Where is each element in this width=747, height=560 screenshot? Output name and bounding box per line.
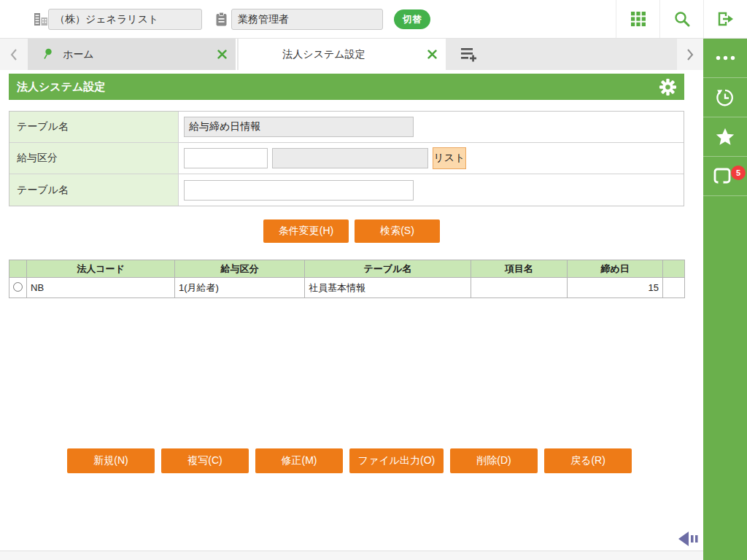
column-header: 項目名 bbox=[471, 260, 568, 278]
search-icon bbox=[673, 10, 691, 28]
more-icon bbox=[716, 55, 735, 61]
notification-chat-icon bbox=[713, 167, 732, 185]
tab-active[interactable]: 法人システム設定 bbox=[239, 39, 446, 70]
footer-strip bbox=[0, 551, 703, 560]
app-window: 切替 bbox=[0, 0, 747, 560]
salary-class-name-input bbox=[272, 148, 428, 168]
column-header: 法人コード bbox=[27, 260, 175, 278]
back-button[interactable]: 戻る(R) bbox=[544, 448, 632, 473]
main-content: 法人システム設定 テーブル名 bbox=[0, 70, 703, 560]
delete-button[interactable]: 削除(D) bbox=[450, 448, 538, 473]
add-tab-icon bbox=[460, 46, 479, 63]
role-input[interactable] bbox=[231, 9, 383, 30]
settings-gear-icon[interactable] bbox=[659, 78, 677, 96]
form-label: 給与区分 bbox=[9, 143, 179, 174]
file-output-button[interactable]: ファイル出力(O) bbox=[349, 448, 444, 473]
column-header: テーブル名 bbox=[305, 260, 471, 278]
cell-item-name bbox=[471, 278, 568, 298]
search-condition-form: テーブル名 給与区分 リスト テーブル名 bbox=[9, 111, 684, 206]
form-row-table-name-input: テーブル名 bbox=[9, 174, 684, 206]
tab-home-label: ホーム bbox=[63, 48, 94, 61]
tab-home-close-icon[interactable] bbox=[217, 50, 227, 59]
form-label: テーブル名 bbox=[9, 174, 179, 206]
column-header: 給与区分 bbox=[175, 260, 305, 278]
pin-icon bbox=[42, 48, 53, 61]
new-button[interactable]: 新規(N) bbox=[67, 448, 155, 473]
form-row-salary-class: 給与区分 リスト bbox=[9, 143, 684, 174]
tab-active-close-icon[interactable] bbox=[427, 50, 437, 59]
tab-scroll-right-button[interactable] bbox=[677, 39, 703, 70]
cell-spacer bbox=[663, 278, 685, 298]
page-title-bar: 法人システム設定 bbox=[9, 74, 684, 100]
tab-bar: ホーム 法人システム設定 bbox=[0, 39, 703, 70]
list-lookup-button[interactable]: リスト bbox=[433, 147, 466, 169]
logout-button[interactable] bbox=[703, 0, 747, 38]
sidebar-more-button[interactable] bbox=[703, 39, 747, 78]
top-header: 切替 bbox=[0, 0, 747, 39]
bottom-action-bar: 新規(N) 複写(C) 修正(M) ファイル出力(O) 削除(D) 戻る(R) bbox=[67, 448, 632, 473]
right-sidebar: 5 bbox=[703, 39, 747, 560]
logout-icon bbox=[716, 10, 735, 28]
app-grid-button[interactable] bbox=[616, 0, 659, 38]
tab-home[interactable]: ホーム bbox=[28, 39, 237, 70]
company-input[interactable] bbox=[48, 9, 202, 30]
history-icon bbox=[715, 88, 735, 108]
role-clipboard-icon bbox=[215, 12, 228, 30]
chevron-right-icon bbox=[686, 48, 694, 61]
notification-badge: 5 bbox=[731, 166, 746, 180]
sidebar-notifications-button[interactable]: 5 bbox=[703, 157, 747, 196]
modify-button[interactable]: 修正(M) bbox=[255, 448, 343, 473]
table-name-input[interactable] bbox=[184, 180, 414, 201]
cell-table-name: 社員基本情報 bbox=[305, 278, 471, 298]
results-table: 法人コード 給与区分 テーブル名 項目名 締め日 NB 1(月給者) 社員基本情… bbox=[9, 260, 685, 298]
star-icon bbox=[715, 127, 735, 147]
form-row-table-name-display: テーブル名 bbox=[9, 112, 684, 143]
row-select-radio[interactable] bbox=[13, 282, 23, 292]
switch-button[interactable]: 切替 bbox=[394, 9, 430, 29]
search-button[interactable] bbox=[659, 0, 703, 38]
chevron-left-icon bbox=[9, 48, 18, 61]
cell-closing-day: 15 bbox=[568, 278, 663, 298]
sidebar-history-button[interactable] bbox=[703, 78, 747, 117]
tab-scroll-left-button[interactable] bbox=[0, 39, 28, 70]
results-header-row: 法人コード 給与区分 テーブル名 項目名 締め日 bbox=[9, 260, 685, 278]
sidebar-favorites-button[interactable] bbox=[703, 117, 747, 157]
column-header: 締め日 bbox=[568, 260, 663, 278]
change-condition-button[interactable]: 条件変更(H) bbox=[263, 219, 349, 243]
spacer-column-header bbox=[663, 260, 685, 278]
table-row[interactable]: NB 1(月給者) 社員基本情報 15 bbox=[9, 278, 685, 298]
form-label: テーブル名 bbox=[9, 112, 179, 142]
search-execute-button[interactable]: 検索(S) bbox=[355, 219, 440, 243]
select-column-header bbox=[9, 260, 27, 278]
salary-class-code-input[interactable] bbox=[184, 148, 268, 168]
cell-corp-code: NB bbox=[27, 278, 175, 298]
copy-button[interactable]: 複写(C) bbox=[161, 448, 249, 473]
page-title: 法人システム設定 bbox=[17, 80, 105, 94]
table-name-display-input bbox=[184, 117, 414, 137]
company-building-icon bbox=[34, 12, 48, 30]
collapse-panel-arrow-icon[interactable] bbox=[678, 530, 702, 548]
search-button-row: 条件変更(H) 検索(S) bbox=[0, 219, 703, 243]
tab-active-label: 法人システム設定 bbox=[282, 48, 401, 61]
add-tab-button[interactable] bbox=[450, 39, 488, 70]
cell-salary-class: 1(月給者) bbox=[175, 278, 305, 298]
grid-icon bbox=[631, 12, 646, 26]
